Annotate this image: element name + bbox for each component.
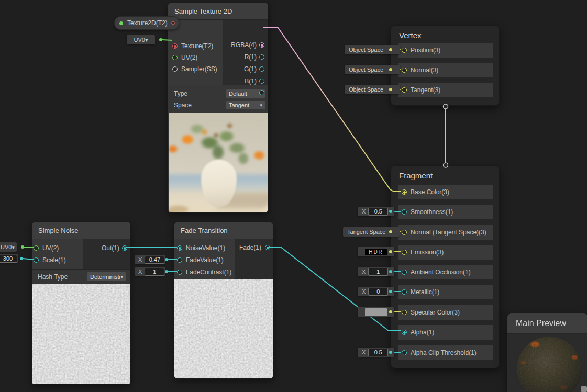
property-dot-icon: [119, 21, 123, 25]
ambient-occlusion-value-field[interactable]: 1: [368, 268, 388, 276]
port-rgba4-output[interactable]: [259, 42, 264, 48]
node-sample-texture-2d-header[interactable]: Sample Texture 2D: [168, 3, 268, 20]
node-sample-texture-2d[interactable]: Sample Texture 2D Texture(T2) UV(2) Samp…: [168, 3, 269, 213]
color-swatch[interactable]: [365, 308, 387, 316]
port-uv2-input[interactable]: [34, 245, 39, 251]
widget-port-dot: [389, 310, 392, 313]
port-g1-output[interactable]: [259, 66, 264, 72]
node-title: Fade Transition: [181, 227, 228, 234]
fade-value-widget[interactable]: X 0.47: [135, 255, 165, 264]
vertex-row-position[interactable]: Position(3): [398, 43, 493, 58]
widget-port-dot: [389, 48, 392, 51]
space-dropdown[interactable]: Tangent ▾: [226, 101, 265, 109]
space-value: Tangent: [229, 102, 249, 108]
chevron-down-icon: ▾: [145, 37, 148, 43]
fragment-row-normal-tangent-space[interactable]: Normal (Tangent Space)(3): [398, 225, 493, 240]
port-noisevalue-input[interactable]: [177, 245, 182, 251]
node-fade-transition[interactable]: Fade Transition NoiseValue(1) FadeValue(…: [174, 222, 273, 379]
g-output-label: G(1): [244, 65, 257, 73]
fragment-row-smoothness[interactable]: Smoothness(1): [398, 205, 493, 219]
uv-channel-value: UV0: [1, 244, 12, 250]
main-preview-header[interactable]: Main Preview: [507, 313, 587, 334]
node-fade-transition-header[interactable]: Fade Transition: [174, 222, 273, 239]
hash-type-value: Deterministi: [90, 274, 120, 280]
main-preview-panel: Main Preview: [507, 313, 587, 392]
smoothness-value-field[interactable]: 0.5: [368, 208, 388, 216]
fade-contrast-widget[interactable]: X 1: [135, 267, 165, 276]
fragment-row-base-color[interactable]: Base Color(3): [398, 185, 493, 199]
chevron-down-icon: ▾: [12, 244, 15, 251]
fragment-row-ambient-occlusion[interactable]: Ambient Occlusion(1): [398, 265, 493, 279]
widget-port-dot: [389, 250, 392, 253]
type-label: Type: [174, 90, 187, 97]
shader-preview-sphere[interactable]: [517, 337, 582, 392]
fade-contrast-field[interactable]: 1: [145, 268, 164, 276]
input-column: [32, 239, 83, 269]
widget-port-dot: [389, 270, 392, 273]
fragment-row-emission[interactable]: Emission(3): [398, 245, 493, 260]
fragment-row-alpha-clip-threshold[interactable]: Alpha Clip Threshold(1): [398, 345, 493, 360]
port-sampler-ss-input[interactable]: [172, 66, 178, 72]
uv-input-label: UV(2): [42, 244, 59, 252]
vertex-row-tangent[interactable]: Tangent(3): [398, 83, 493, 97]
scale-value-field[interactable]: 300: [0, 255, 17, 263]
chevron-down-icon: ▾: [260, 103, 262, 108]
sampler-input-label: Sampler(SS): [181, 65, 217, 73]
property-pill-port[interactable]: [171, 21, 175, 25]
fragment-row-specular-color[interactable]: Specular Color(3): [398, 305, 493, 320]
fadecontrast-input-label: FadeContrast(1): [186, 268, 231, 276]
widget-port-dot: [165, 270, 168, 273]
space-label: Space: [174, 102, 192, 109]
port-fadecontrast-input[interactable]: [177, 270, 182, 275]
shader-graph-canvas[interactable]: { "colors": { "float": "#45c8c8", "vec2"…: [0, 0, 587, 392]
input-column: [168, 20, 223, 85]
port-scale1-input[interactable]: [34, 257, 39, 263]
out-output-label: Out(1): [102, 244, 119, 252]
texture-input-label: Texture(T2): [181, 42, 213, 50]
node-fragment[interactable]: Fragment Base Color(3) Smoothness(1) Nor…: [391, 165, 500, 368]
node-title: Simple Noise: [38, 227, 79, 234]
port-a1-output[interactable]: [259, 90, 264, 95]
port-texture-t2-input[interactable]: [172, 43, 178, 49]
uv-channel-dropdown[interactable]: UV0 ▾: [127, 35, 155, 44]
port-fade1-output[interactable]: [265, 245, 270, 250]
texture-preview-image: [169, 113, 268, 212]
fadevalue-input-label: FadeValue(1): [186, 256, 224, 264]
type-value: Default: [229, 91, 247, 97]
port-fadevalue-input[interactable]: [177, 257, 182, 263]
uv-channel-dropdown[interactable]: UV0 ▾: [0, 242, 17, 252]
port-r1-output[interactable]: [259, 54, 264, 60]
fragment-row-metallic[interactable]: Metallic(1): [398, 285, 493, 299]
fragment-title: Fragment: [391, 166, 499, 180]
output-column: [83, 239, 130, 269]
hash-type-label: Hash Type: [38, 273, 68, 281]
widget-port-dot: [20, 257, 23, 260]
hdr-badge[interactable]: HDR: [365, 249, 387, 255]
fade-value-field[interactable]: 0.47: [145, 256, 164, 264]
fragment-row-alpha[interactable]: Alpha(1): [398, 325, 493, 340]
fade-output-label: Fade(1): [239, 244, 261, 251]
port-b1-output[interactable]: [259, 79, 264, 84]
vertex-title: Vertex: [391, 26, 499, 40]
hash-type-dropdown[interactable]: Deterministi ▾: [87, 272, 126, 281]
property-pill-label: Texture2D(T2): [127, 19, 168, 27]
port-out1-output[interactable]: [122, 245, 127, 251]
node-simple-noise[interactable]: Simple Noise UV(2) Scale(1) Out(1) Hash …: [31, 222, 131, 384]
widget-port-dot: [389, 68, 392, 71]
noise-preview-image: [32, 284, 130, 384]
widget-port-dot: [389, 290, 392, 293]
node-vertex[interactable]: Vertex Position(3) Normal(3) Tangent(3): [391, 25, 500, 106]
alpha-clip-value-field[interactable]: 0.5: [368, 349, 388, 356]
widget-port-dot: [389, 210, 392, 213]
scale-value-widget[interactable]: 300: [0, 254, 18, 263]
metallic-value-field[interactable]: 0: [368, 288, 388, 296]
rgba-output-label: RGBA(4): [231, 41, 257, 49]
node-title: Sample Texture 2D: [174, 7, 232, 15]
node-simple-noise-header[interactable]: Simple Noise: [32, 222, 130, 239]
chevron-down-icon: ▾: [120, 274, 123, 279]
vertex-row-normal[interactable]: Normal(3): [398, 63, 493, 77]
port-uv2-input[interactable]: [172, 55, 178, 60]
resize-grip[interactable]: [581, 386, 587, 392]
widget-port-dot: [165, 258, 168, 261]
property-pill-texture2d[interactable]: Texture2D(T2): [114, 16, 179, 30]
